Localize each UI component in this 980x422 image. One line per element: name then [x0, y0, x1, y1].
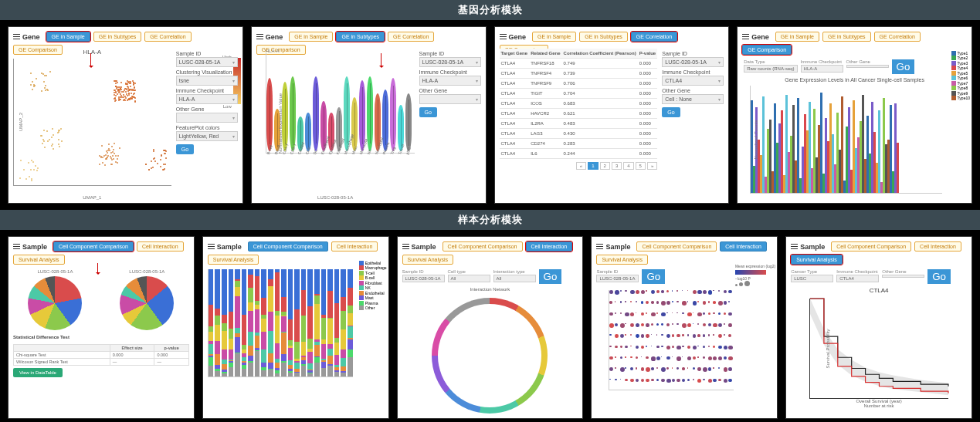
risk-label: Number at risk	[791, 403, 967, 408]
tab-ge-comparison[interactable]: GE Comparison	[742, 45, 792, 55]
tab-ge-in-sample[interactable]: GE in Sample	[775, 32, 819, 42]
panel-survival: Sample Cell Component Comparison Cell In…	[785, 236, 972, 419]
select-cancer[interactable]: LUSC	[791, 275, 833, 282]
label-other-gene: Other Gene	[662, 88, 724, 93]
panel-ge-in-sample: Gene GE in Sample GE in Subtypes GE Corr…	[8, 26, 243, 204]
go-button[interactable]: Go	[662, 107, 680, 117]
label-data-type: Data Type	[744, 59, 797, 64]
label-immune: Immune Checkpoint	[801, 59, 843, 64]
select-other-gene[interactable]	[846, 65, 889, 68]
label-immune: Immune Checkpoint	[176, 88, 238, 93]
tab-survival[interactable]: Survival Analysis	[208, 255, 259, 265]
tab-ge-in-subtypes[interactable]: GE in Subtypes	[579, 32, 628, 42]
dot-legend: Mean expression (log2) −log10 P	[735, 264, 775, 287]
go-button[interactable]: Go	[419, 107, 437, 117]
select-inttype[interactable]: All	[493, 275, 536, 282]
correlation-table: Target GeneRelated GeneCorrelation Coeff…	[500, 49, 658, 159]
pager-item[interactable]: «	[576, 162, 586, 170]
x-axis-label: UMAP_1	[83, 195, 101, 200]
tab-ge-in-subtypes[interactable]: GE in Subtypes	[336, 32, 385, 42]
chord-title: Interaction Network	[402, 287, 578, 292]
select-celltype[interactable]: All	[448, 275, 490, 282]
go-button[interactable]: Go	[176, 144, 194, 154]
select-other-gene[interactable]	[882, 275, 924, 278]
tab-survival[interactable]: Survival Analysis	[402, 255, 454, 265]
pager-item[interactable]: 2	[600, 162, 610, 170]
dense-bar-chart	[750, 86, 942, 194]
tab-cell-component[interactable]: Cell Component Comparison	[248, 241, 328, 252]
go-button[interactable]: Go	[892, 59, 915, 74]
go-button[interactable]: Go	[927, 269, 951, 284]
section-header-gene: 基因分析模块	[0, 0, 980, 20]
select-sample-id[interactable]: LUSC-028-05-1A▾	[419, 57, 481, 67]
select-cluster[interactable]: tsne▾	[176, 76, 238, 86]
tab-survival[interactable]: Survival Analysis	[791, 255, 843, 265]
select-data-type[interactable]: Raw counts (RNA-seq)	[744, 65, 797, 73]
pager-item[interactable]: »	[647, 162, 657, 170]
select-immune[interactable]: HLA-A▾	[419, 76, 481, 86]
tab-ge-correlation[interactable]: GE Correlation	[144, 32, 191, 42]
stat-test-table: Effect sizep-value Chi-square Test0.0000…	[13, 344, 189, 366]
tab-cell-interaction[interactable]: Cell Interaction	[137, 241, 184, 252]
select-immune[interactable]: HLA-A▾	[176, 94, 238, 104]
tab-cell-interaction[interactable]: Cell Interaction	[526, 241, 573, 252]
label-sample-id: Sample ID	[419, 51, 481, 56]
menu-icon	[256, 34, 263, 39]
tab-cell-component[interactable]: Cell Component Comparison	[636, 241, 717, 252]
select-other-gene[interactable]: ▾	[176, 113, 238, 123]
select-immune[interactable]: HLA-A	[801, 65, 843, 73]
select-immune[interactable]: CTLA4▾	[662, 76, 724, 86]
menu-icon	[208, 244, 215, 249]
select-other-gene[interactable]: Cell : None▾	[662, 94, 724, 104]
select-sample-id[interactable]: LUSC-028-05-1A	[402, 275, 445, 282]
stacked-bar-chart	[208, 269, 353, 377]
go-button[interactable]: Go	[539, 269, 562, 284]
select-sample-id[interactable]: LUSC-028-05-1A▾	[176, 57, 238, 67]
menu-icon	[402, 244, 409, 249]
tab-cell-interaction[interactable]: Cell Interaction	[720, 241, 767, 252]
label-other-gene: Other Gene	[846, 59, 889, 64]
pager-item[interactable]: 5	[636, 162, 646, 170]
tab-cell-interaction[interactable]: Cell Interaction	[914, 241, 961, 252]
pager-item[interactable]: 4	[623, 162, 633, 170]
go-button[interactable]: Go	[642, 269, 665, 284]
tab-ge-in-subtypes[interactable]: GE in Subtypes	[822, 32, 871, 42]
tab-survival[interactable]: Survival Analysis	[596, 255, 648, 265]
label-immune: Immune Checkpoint	[662, 69, 724, 75]
violin-chart: HLA-A B-cellBasalCD4-TCD8-TCiliatedClubD…	[256, 49, 415, 198]
stat-test-title: Statistical Difference Test	[13, 335, 189, 339]
table-pager: «12345»	[500, 162, 658, 170]
chord-diagram	[432, 298, 548, 414]
select-immune[interactable]: CTLA4	[836, 275, 879, 282]
tab-survival[interactable]: Survival Analysis	[13, 255, 65, 265]
tab-ge-in-subtypes[interactable]: GE in Subtypes	[93, 32, 142, 42]
tab-cell-component[interactable]: Cell Component Comparison	[443, 241, 523, 252]
panel-title: Sample	[13, 243, 47, 251]
survival-plot: Survival Probability	[809, 299, 948, 399]
x-axis-label: LUSC-028-05-1A	[317, 195, 353, 200]
pager-item[interactable]: 1	[588, 162, 598, 170]
panel-cell-interaction-dot: Sample Cell Component Comparison Cell In…	[591, 236, 778, 419]
select-featcol[interactable]: LightYellow, Red▾	[176, 131, 238, 141]
tab-ge-correlation[interactable]: GE Correlation	[631, 32, 677, 42]
select-other-gene[interactable]: ▾	[419, 94, 481, 104]
tab-ge-in-sample[interactable]: GE in Sample	[289, 32, 333, 42]
label-other-gene: Other Gene	[419, 88, 481, 93]
panel-cell-interaction-chord: Sample Cell Component Comparison Cell In…	[397, 236, 584, 419]
tab-ge-correlation[interactable]: GE Correlation	[874, 32, 921, 42]
tab-cell-interaction[interactable]: Cell Interaction	[331, 241, 378, 252]
panel-title: Sample	[402, 243, 436, 251]
chart-title: HLA-A	[13, 49, 171, 56]
y-axis-label: UMAP_2	[19, 113, 23, 131]
tab-ge-correlation[interactable]: GE Correlation	[388, 32, 434, 42]
tab-ge-in-sample[interactable]: GE in Sample	[532, 32, 576, 42]
menu-icon	[742, 34, 749, 39]
select-sample-id[interactable]: LUSC-028-05-1A▾	[662, 57, 724, 67]
tab-ge-in-sample[interactable]: GE in Sample	[46, 32, 90, 42]
select-sample-id[interactable]: LUSC-028-05-1A	[596, 275, 639, 282]
pager-item[interactable]: 3	[612, 162, 622, 170]
tab-cell-component[interactable]: Cell Component Comparison	[53, 241, 134, 252]
view-datatable-button[interactable]: View in DataTable	[13, 368, 63, 377]
y-axis-label: Survival Probability	[826, 329, 830, 368]
tab-cell-component[interactable]: Cell Component Comparison	[831, 241, 911, 252]
